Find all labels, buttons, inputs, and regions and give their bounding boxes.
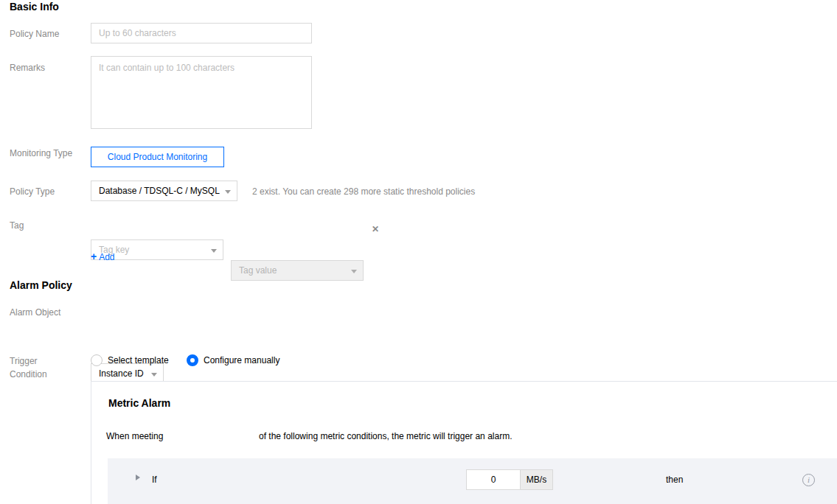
basic-info-heading: Basic Info: [10, 1, 59, 13]
radio-select-template-label: Select template: [108, 355, 169, 365]
alarm-policy-heading: Alarm Policy: [10, 279, 72, 291]
alarm-object-dimension-value: Instance ID: [99, 368, 144, 379]
metric-alarm-heading: Metric Alarm: [108, 397, 170, 409]
threshold-unit: MB/s: [520, 470, 552, 489]
chevron-down-icon: [225, 190, 231, 194]
policy-type-value: Database / TDSQL-C / MySQL: [99, 186, 220, 196]
add-tag-button[interactable]: +Add: [91, 251, 115, 262]
trigger-condition-label: Trigger Condition: [10, 356, 47, 379]
policy-name-input[interactable]: [91, 23, 312, 43]
plus-icon: +: [91, 251, 97, 262]
threshold-input[interactable]: [467, 470, 520, 489]
chevron-down-icon: [151, 373, 157, 377]
radio-select-template[interactable]: Select template: [91, 354, 169, 366]
radio-configure-manually-label: Configure manually: [204, 355, 279, 365]
info-icon[interactable]: i: [802, 474, 815, 486]
tag-label: Tag: [10, 220, 24, 231]
remove-tag-icon[interactable]: ✕: [372, 224, 379, 234]
cloud-product-monitoring-button[interactable]: Cloud Product Monitoring: [91, 147, 224, 167]
policy-type-label: Policy Type: [10, 186, 55, 197]
expand-condition-icon[interactable]: [136, 475, 140, 480]
tag-value-placeholder: Tag value: [239, 265, 277, 276]
when-meeting-text: When meeting: [106, 431, 163, 441]
create-alarm-policy-form: Basic Info Policy Name Remarks Monitorin…: [0, 0, 837, 504]
policy-quota-note: 2 exist. You can create 298 more static …: [252, 186, 475, 197]
threshold-input-group: MB/s: [466, 469, 553, 490]
radio-circle-icon: [91, 354, 103, 366]
radio-selected-icon: [187, 354, 198, 366]
if-label: If: [152, 475, 157, 485]
when-meeting-suffix-text: of the following metric conditions, the …: [259, 431, 512, 441]
radio-configure-manually[interactable]: Configure manually: [187, 354, 279, 366]
monitoring-type-label: Monitoring Type: [10, 148, 72, 158]
tag-value-select: Tag value: [231, 260, 364, 281]
remarks-textarea[interactable]: [91, 56, 312, 129]
policy-name-label: Policy Name: [10, 29, 59, 39]
then-label: then: [666, 475, 683, 485]
policy-type-select[interactable]: Database / TDSQL-C / MySQL: [91, 181, 237, 201]
chevron-down-icon: [211, 249, 217, 253]
add-tag-label: Add: [99, 252, 114, 262]
chevron-down-icon: [351, 270, 357, 273]
alarm-object-label: Alarm Object: [10, 307, 60, 318]
remarks-label: Remarks: [10, 63, 45, 73]
